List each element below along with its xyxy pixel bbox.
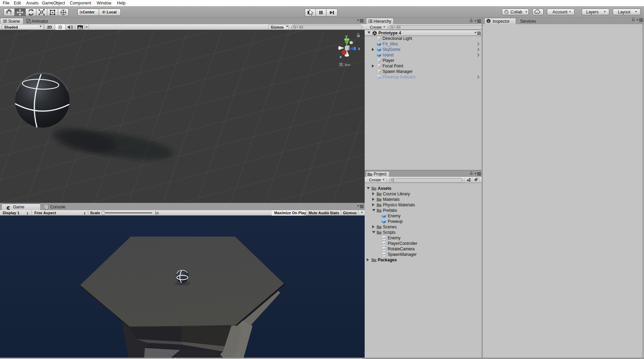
- svg-text:c#: c#: [383, 242, 385, 245]
- svg-text:x: x: [340, 55, 342, 59]
- svg-text:c#: c#: [383, 253, 385, 256]
- svg-text:Iso: Iso: [345, 63, 350, 67]
- svg-text:c#: c#: [383, 237, 385, 239]
- svg-text:z: z: [358, 46, 360, 51]
- svg-text:y: y: [345, 34, 348, 38]
- svg-text:c#: c#: [383, 248, 385, 250]
- svg-text:All: All: [396, 25, 400, 29]
